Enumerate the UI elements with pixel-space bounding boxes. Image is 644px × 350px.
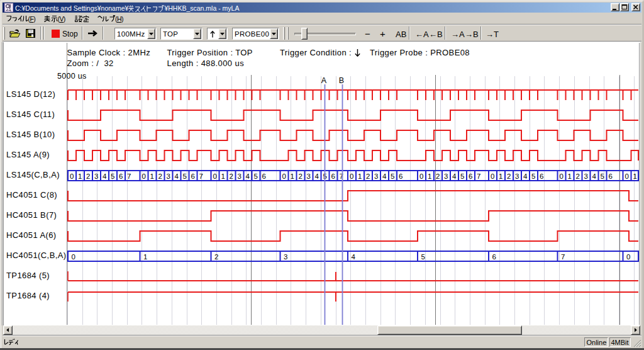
svg-text:1: 1 (567, 172, 571, 180)
svg-text:1: 1 (150, 172, 153, 180)
svg-text:0: 0 (626, 253, 630, 261)
svg-text:0: 0 (142, 172, 145, 180)
svg-text:HC4051 B(7): HC4051 B(7) (6, 210, 57, 220)
svg-text:6: 6 (191, 172, 194, 180)
svg-text:4: 4 (523, 172, 528, 180)
svg-text:6: 6 (399, 172, 402, 180)
svg-text:6: 6 (331, 172, 335, 180)
svg-text:7: 7 (127, 172, 131, 180)
svg-text:2: 2 (86, 172, 90, 180)
svg-text:0: 0 (70, 172, 74, 180)
svg-text:7: 7 (561, 253, 565, 261)
svg-text:3: 3 (94, 172, 98, 180)
svg-text:TP1684 (4): TP1684 (4) (6, 291, 50, 300)
svg-text:LS145 C(11): LS145 C(11) (6, 110, 55, 119)
svg-text:5: 5 (600, 172, 604, 180)
svg-text:HC4051 A(6): HC4051 A(6) (6, 230, 57, 240)
svg-text:3: 3 (584, 172, 587, 180)
svg-text:4: 4 (382, 172, 387, 180)
svg-text:TP1684 (5): TP1684 (5) (6, 271, 50, 280)
svg-text:2: 2 (507, 172, 511, 180)
svg-text:0: 0 (72, 253, 75, 261)
svg-text:4: 4 (452, 172, 457, 180)
svg-text:0: 0 (282, 172, 286, 180)
svg-text:A: A (321, 76, 327, 85)
svg-text:LS145 A(9): LS145 A(9) (6, 150, 50, 159)
svg-text:6: 6 (262, 172, 265, 180)
svg-text:5: 5 (460, 172, 464, 180)
svg-text:4: 4 (103, 172, 107, 180)
svg-text:7: 7 (199, 172, 203, 180)
svg-text:6: 6 (492, 253, 496, 261)
svg-text:3: 3 (284, 253, 287, 261)
svg-text:3: 3 (374, 172, 378, 180)
svg-text:3: 3 (166, 172, 170, 180)
svg-text:LS145 B(10): LS145 B(10) (6, 130, 55, 139)
svg-text:1: 1 (499, 172, 502, 180)
svg-text:HC4051 C(8): HC4051 C(8) (6, 190, 57, 200)
svg-text:Trigger Position : TOP: Trigger Position : TOP (167, 48, 253, 57)
svg-text:2: 2 (436, 172, 440, 180)
svg-text:0: 0 (559, 172, 563, 180)
svg-text:3: 3 (515, 172, 519, 180)
svg-text:1: 1 (428, 172, 431, 180)
svg-text:5: 5 (253, 172, 257, 180)
svg-text:0: 0 (213, 172, 216, 180)
svg-text:6: 6 (469, 172, 472, 180)
svg-text:2: 2 (575, 172, 579, 180)
svg-text:LS145 D(12): LS145 D(12) (6, 89, 55, 99)
svg-text:Length : 488.000 us: Length : 488.000 us (167, 59, 245, 68)
svg-text:0: 0 (419, 172, 423, 180)
svg-text:0: 0 (491, 172, 494, 180)
svg-text:1: 1 (633, 172, 636, 180)
svg-text:B: B (339, 76, 344, 85)
svg-text:LS145(C,B,A): LS145(C,B,A) (6, 170, 60, 179)
svg-text:4: 4 (245, 172, 250, 180)
svg-text:3: 3 (444, 172, 448, 180)
svg-text:0: 0 (350, 172, 353, 180)
svg-text:2: 2 (366, 172, 370, 180)
svg-text:2: 2 (298, 172, 302, 180)
svg-text:1: 1 (290, 172, 294, 180)
svg-text:5: 5 (111, 172, 114, 180)
svg-text:4: 4 (352, 253, 356, 261)
svg-text:1: 1 (143, 253, 147, 261)
svg-text:5000 us: 5000 us (57, 72, 87, 81)
svg-text:6: 6 (119, 172, 123, 180)
svg-text:3: 3 (306, 172, 310, 180)
svg-text:Sample Clock : 2MHz: Sample Clock : 2MHz (67, 48, 151, 57)
svg-text:7: 7 (477, 172, 480, 180)
svg-text:5: 5 (531, 172, 535, 180)
svg-text:3: 3 (237, 172, 241, 180)
svg-text:1: 1 (358, 172, 362, 180)
svg-text:1: 1 (78, 172, 82, 180)
svg-text:4: 4 (174, 172, 179, 180)
svg-text:Trigger Condition :: Trigger Condition : (280, 48, 352, 57)
svg-text:HC4051(C,B,A): HC4051(C,B,A) (6, 251, 67, 260)
svg-text:5: 5 (182, 172, 186, 180)
svg-text:2: 2 (158, 172, 162, 180)
svg-text:2: 2 (229, 172, 233, 180)
svg-text:4: 4 (592, 172, 596, 180)
svg-text:Zoom : / 32: Zoom : / 32 (67, 59, 114, 68)
svg-text:1: 1 (221, 172, 225, 180)
svg-text:Trigger Probe : PROBE08: Trigger Probe : PROBE08 (370, 48, 470, 57)
svg-text:4: 4 (314, 172, 319, 180)
svg-text:0: 0 (625, 172, 628, 180)
svg-text:2: 2 (214, 253, 218, 261)
svg-text:6: 6 (608, 172, 612, 180)
svg-text:5: 5 (421, 253, 425, 261)
svg-text:6: 6 (540, 172, 543, 180)
svg-text:5: 5 (391, 172, 394, 180)
